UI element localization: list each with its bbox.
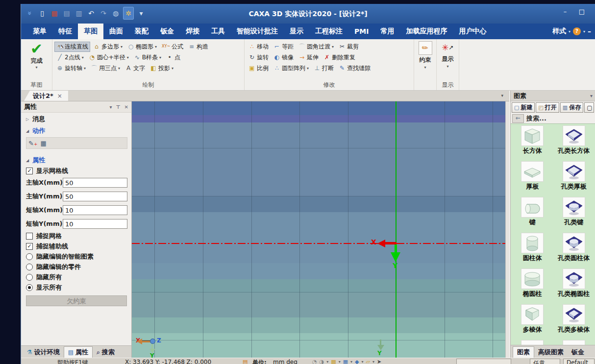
panel-tab-属性[interactable]: ▤属性 [64, 346, 93, 358]
catalog-item-hole-key[interactable]: 孔类键 [553, 197, 595, 233]
help-icon[interactable]: ? [573, 27, 581, 35]
catalog-item-hole-prism[interactable]: 孔类多棱体 [553, 304, 595, 340]
three-point-dropdown-icon[interactable]: ▾ [118, 66, 120, 71]
tab-list-dropdown-icon[interactable]: ▾ [501, 93, 503, 98]
field-input-2[interactable] [63, 205, 127, 215]
selection-filter-box[interactable]: 任意 [530, 359, 560, 364]
offset-button[interactable]: ⌐等距 [272, 42, 295, 51]
dropdown-icon[interactable]: ▾ [339, 360, 341, 364]
constraint-dropdown-icon[interactable]: ▾ [424, 65, 426, 70]
dropdown-icon[interactable]: ▾ [350, 360, 352, 364]
style-dropdown-icon[interactable]: ▾ [569, 29, 570, 34]
back-arrow-icon[interactable]: ← [512, 114, 524, 123]
menu-tab-焊接[interactable]: 焊接 [180, 24, 205, 39]
break-button[interactable]: ⊥打断 [312, 64, 335, 73]
catalog-item-hole-cylinder[interactable]: 孔类圆柱体 [553, 233, 595, 268]
document-tab[interactable]: 设计2* × [24, 91, 68, 101]
catalog-item-prism[interactable]: 多棱体 [512, 304, 553, 340]
fillet-button[interactable]: ⌒圆角过渡▾ [297, 42, 335, 51]
close-tab-icon[interactable]: × [57, 93, 62, 99]
mirror-button[interactable]: ◐镜像 [272, 53, 295, 62]
extend-button[interactable]: →延伸 [297, 53, 320, 62]
menu-tab-显示[interactable]: 显示 [284, 24, 309, 39]
radio-row[interactable]: 隐藏编辑的智能图素 [21, 251, 131, 262]
project-dropdown-icon[interactable]: ▾ [172, 66, 174, 71]
catalog-item-hole-ellipse-cylinder[interactable]: 孔类椭圆柱 [553, 268, 595, 304]
field-input-3[interactable] [63, 219, 127, 229]
doc-minimize-button[interactable]: – [588, 27, 591, 35]
remove-duplicate-button[interactable]: ✗删除重复 [322, 53, 357, 62]
checkbox[interactable] [26, 233, 33, 240]
grid-table-icon[interactable]: ▦ [40, 140, 46, 147]
construct-button[interactable]: ≡构造 [187, 42, 210, 51]
menu-tab-草图[interactable]: 草图 [78, 24, 103, 39]
menu-tab-工程标注[interactable]: 工程标注 [309, 24, 348, 39]
text-button[interactable]: A文字 [124, 64, 147, 73]
style-menu[interactable]: 样式 [552, 27, 566, 36]
ellipse-dropdown-icon[interactable]: ▾ [155, 45, 157, 49]
fillet-dropdown-icon[interactable]: ▾ [332, 45, 334, 49]
formula-button[interactable]: XY~公式 [160, 42, 185, 51]
radio-row[interactable]: 隐藏所有 [21, 272, 131, 282]
menu-tab-工具[interactable]: 工具 [205, 24, 231, 39]
menu-tab-菜单[interactable]: 菜单 [27, 24, 52, 39]
open-catalog-button[interactable]: ◰打开 [536, 102, 559, 113]
radio-button[interactable] [26, 284, 33, 291]
panel-tab-搜索[interactable]: ⌕搜索 [93, 347, 119, 358]
finish-button[interactable]: 完成 [31, 57, 43, 65]
pointer-icon[interactable]: ➤ [377, 359, 381, 364]
action-section[interactable]: ◢ 动作 [21, 124, 131, 136]
edit-sketch-icon[interactable]: ✎+ [28, 140, 37, 147]
catalog-item-hole-slab[interactable]: 孔类厚板 [553, 161, 595, 197]
field-input-1[interactable] [63, 192, 127, 201]
checkbox[interactable]: ✓ [26, 243, 33, 250]
find-gap-button[interactable]: ✎查找缝隙 [337, 64, 372, 73]
constraint-button[interactable]: 约束 [420, 56, 431, 64]
checkbox-row[interactable]: 捕捉网格 [21, 231, 131, 241]
two-point-line-button[interactable]: ╱2点线▾ [55, 53, 85, 62]
pin-icon[interactable]: ⊤ [116, 104, 120, 110]
new-catalog-button[interactable]: ▢新建 [512, 102, 535, 113]
radio-button[interactable] [26, 253, 33, 260]
point-button[interactable]: •点 [165, 53, 182, 62]
scale-button[interactable]: ▣比例 [247, 64, 270, 73]
three-point-button[interactable]: ⌒用三点▾ [89, 64, 122, 73]
catalog-item-clipped[interactable] [553, 340, 595, 345]
center-radius-button[interactable]: ◔圆心+半径▾ [87, 53, 130, 62]
menu-tab-钣金[interactable]: 钣金 [154, 24, 180, 39]
catalog-item-cylinder[interactable]: 圆柱体 [512, 233, 553, 268]
radio-button[interactable] [26, 274, 33, 281]
show-gridlines-checkbox[interactable]: ✓ [26, 168, 33, 174]
show-gridlines-row[interactable]: ✓ 显示网格线 [21, 166, 131, 176]
menu-tab-用户中心[interactable]: 用户中心 [453, 24, 492, 39]
menu-tab-装配[interactable]: 装配 [129, 24, 154, 39]
catalog-item-cuboid[interactable]: 长方体 [512, 125, 553, 161]
polyline-button[interactable]: ∿连续直线➤ [55, 42, 90, 51]
canvas-scrollbar[interactable] [505, 101, 509, 358]
menu-tab-常用[interactable]: 常用 [374, 24, 400, 39]
rotate-button[interactable]: ↻旋转 [247, 53, 270, 62]
menu-tab-智能设计批注[interactable]: 智能设计批注 [231, 24, 284, 39]
project-button[interactable]: ◧投影▾ [149, 64, 175, 73]
catalog-item-slab[interactable]: 厚板 [512, 161, 553, 197]
catalog-tab-高级图素[interactable]: 高级图素 [534, 347, 568, 358]
sketch-canvas[interactable]: X Y Y X Z Y [132, 101, 505, 358]
field-input-0[interactable] [63, 178, 127, 188]
move-button[interactable]: ∴移动 [247, 42, 270, 51]
message-section[interactable]: ▷ 消息 [21, 113, 131, 124]
display-dropdown-icon[interactable]: ▾ [446, 64, 448, 69]
panel-tab-设计环境[interactable]: ⚗设计环境 [23, 347, 64, 358]
catalog-item-clipped[interactable] [512, 340, 553, 345]
circular-pattern-button[interactable]: ∴圆型阵列▾ [272, 64, 310, 73]
checkbox-row[interactable]: ✓捕捉辅助线 [21, 241, 131, 251]
display-mode-icon[interactable]: ▦ [343, 359, 348, 364]
config-box[interactable]: Default [563, 359, 595, 364]
two-point-line-dropdown-icon[interactable]: ▾ [82, 55, 84, 60]
dropdown-icon[interactable]: ▾ [326, 360, 328, 364]
trim-button[interactable]: ✂裁剪 [337, 42, 360, 51]
panel-dropdown-icon[interactable]: ▾ [109, 104, 112, 110]
radio-row[interactable]: 显示所有 [21, 282, 131, 292]
catalog-item-hole-cuboid[interactable]: 孔类长方体 [553, 125, 595, 161]
rotation-axis-dropdown-icon[interactable]: ▾ [84, 66, 86, 71]
finish-dropdown-icon[interactable]: ▾ [35, 65, 37, 70]
